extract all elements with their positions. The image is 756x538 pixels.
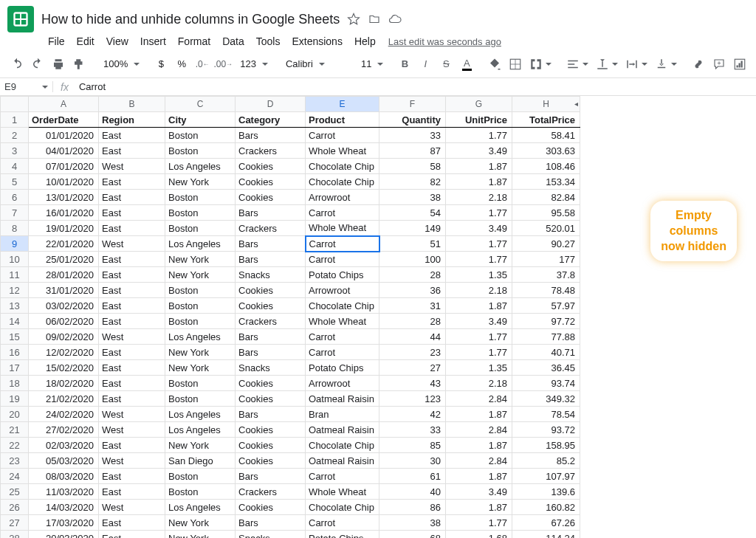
cell[interactable]: Cookies [236, 422, 306, 438]
menu-data[interactable]: Data [217, 32, 250, 50]
cell[interactable]: Crackers [236, 143, 306, 159]
cell[interactable]: 42 [379, 407, 446, 422]
cell[interactable]: Whole Wheat [306, 143, 379, 159]
cell[interactable]: 68 [379, 531, 446, 539]
row-header-28[interactable]: 28 [1, 531, 29, 539]
cell[interactable]: East [99, 531, 165, 539]
column-header-D[interactable]: D [236, 97, 306, 112]
cell[interactable]: 58.41 [512, 128, 580, 143]
cell[interactable]: 24/02/2020 [29, 407, 99, 422]
star-icon[interactable] [347, 13, 360, 26]
menu-help[interactable]: Help [349, 32, 381, 50]
cell[interactable]: Snacks [236, 531, 306, 539]
cell[interactable]: East [99, 267, 165, 283]
cell[interactable]: Chocolate Chip [306, 438, 379, 453]
cell[interactable]: San Diego [165, 453, 236, 469]
cell[interactable]: 02/03/2020 [29, 438, 99, 453]
borders-button[interactable] [506, 55, 525, 74]
cell[interactable]: Cookies [236, 298, 306, 314]
cell[interactable]: 90.27 [512, 236, 580, 252]
cell[interactable]: 19/01/2020 [29, 221, 99, 236]
cell[interactable]: Bars [236, 407, 306, 422]
cell[interactable]: East [99, 221, 165, 236]
cell[interactable]: 54 [379, 205, 446, 221]
cell[interactable]: Boston [165, 469, 236, 484]
cell[interactable]: Boston [165, 283, 236, 298]
cell[interactable]: East [99, 515, 165, 531]
row-header-2[interactable]: 2 [1, 128, 29, 143]
cell[interactable]: East [99, 484, 165, 500]
cell[interactable]: 17/03/2020 [29, 515, 99, 531]
cell[interactable]: Bran [306, 407, 379, 422]
cell[interactable]: 1.77 [446, 329, 512, 345]
cell[interactable]: Los Angeles [165, 159, 236, 174]
cell[interactable]: 61 [379, 469, 446, 484]
cell[interactable]: 10/01/2020 [29, 174, 99, 190]
cell[interactable]: 303.63 [512, 143, 580, 159]
filter-button[interactable] [751, 58, 756, 71]
cell[interactable]: East [99, 252, 165, 267]
cell[interactable]: Los Angeles [165, 236, 236, 252]
cell[interactable]: Snacks [236, 267, 306, 283]
cell[interactable]: 82.84 [512, 190, 580, 205]
cell[interactable]: 58 [379, 159, 446, 174]
row-header-4[interactable]: 4 [1, 159, 29, 174]
cell[interactable]: Carrot [306, 236, 379, 252]
row-header-6[interactable]: 6 [1, 190, 29, 205]
cell[interactable]: 28 [379, 314, 446, 329]
row-header-22[interactable]: 22 [1, 438, 29, 453]
cell[interactable]: 82 [379, 174, 446, 190]
cell[interactable]: 97.72 [512, 314, 580, 329]
cell[interactable]: Whole Wheat [306, 484, 379, 500]
cell[interactable]: East [99, 469, 165, 484]
menu-format[interactable]: Format [173, 32, 216, 50]
cell[interactable]: 2.84 [446, 453, 512, 469]
menu-tools[interactable]: Tools [251, 32, 286, 50]
cell[interactable]: 1.35 [446, 267, 512, 283]
cell[interactable]: 38 [379, 515, 446, 531]
cell[interactable]: 13/01/2020 [29, 190, 99, 205]
cell[interactable]: East [99, 205, 165, 221]
cell[interactable]: Snacks [236, 360, 306, 376]
header-cell[interactable]: Quantity [379, 112, 446, 128]
row-header-23[interactable]: 23 [1, 453, 29, 469]
cell[interactable]: Crackers [236, 484, 306, 500]
row-header-18[interactable]: 18 [1, 376, 29, 391]
cell[interactable]: Carrot [306, 128, 379, 143]
cell[interactable]: 1.87 [446, 438, 512, 453]
column-header-E[interactable]: E [306, 97, 379, 112]
cell[interactable]: 1.77 [446, 252, 512, 267]
text-color-button[interactable]: A [457, 55, 476, 74]
cell[interactable]: Carrot [306, 252, 379, 267]
row-header-21[interactable]: 21 [1, 422, 29, 438]
cell[interactable]: Boston [165, 376, 236, 391]
row-header-17[interactable]: 17 [1, 360, 29, 376]
cell[interactable]: East [99, 283, 165, 298]
cell[interactable]: 107.97 [512, 469, 580, 484]
cell[interactable]: Cookies [236, 500, 306, 515]
row-header-15[interactable]: 15 [1, 329, 29, 345]
cell[interactable]: 85.2 [512, 453, 580, 469]
cell[interactable]: 28/01/2020 [29, 267, 99, 283]
column-header-G[interactable]: G [446, 97, 512, 112]
cell[interactable]: 03/02/2020 [29, 298, 99, 314]
cell[interactable]: 2.84 [446, 391, 512, 407]
cell[interactable]: 93.72 [512, 422, 580, 438]
column-header-C[interactable]: C [165, 97, 236, 112]
cell[interactable]: Chocolate Chip [306, 500, 379, 515]
cell[interactable]: Potato Chips [306, 531, 379, 539]
cell[interactable]: East [99, 314, 165, 329]
insert-link-button[interactable] [689, 55, 708, 74]
font-dropdown[interactable]: Calibri [280, 58, 346, 69]
cell[interactable]: 1.35 [446, 360, 512, 376]
cell[interactable]: 18/02/2020 [29, 376, 99, 391]
cell[interactable]: Chocolate Chip [306, 159, 379, 174]
cell[interactable]: Arrowroot [306, 283, 379, 298]
cell[interactable]: 14/03/2020 [29, 500, 99, 515]
cell[interactable]: Boston [165, 314, 236, 329]
row-header-1[interactable]: 1 [1, 112, 29, 128]
row-header-10[interactable]: 10 [1, 252, 29, 267]
cell[interactable]: 2.84 [446, 422, 512, 438]
cell[interactable]: 43 [379, 376, 446, 391]
cell[interactable]: 95.58 [512, 205, 580, 221]
